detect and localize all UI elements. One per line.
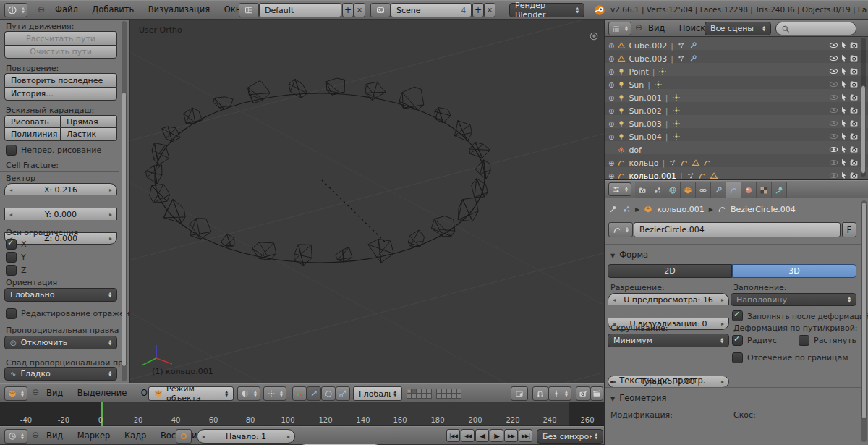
expand-icon[interactable]: ⊕: [608, 133, 614, 141]
menu-view[interactable]: Вид: [642, 20, 671, 37]
properties-scrollbar-thumb[interactable]: [861, 202, 867, 419]
orientation-dropdown[interactable]: Глобально: [4, 288, 117, 302]
repeat-last-button[interactable]: Повторить последнее: [4, 73, 117, 87]
layer-2[interactable]: [412, 389, 417, 394]
hide-toggle-eye-icon[interactable]: [829, 67, 838, 76]
tool-shelf-scrollbar-thumb[interactable]: [122, 92, 127, 367]
viewport-shading-dropdown[interactable]: [237, 386, 260, 401]
expand-icon[interactable]: ⊕: [608, 68, 614, 76]
select-toggle-cursor-icon[interactable]: [839, 106, 848, 115]
tab-physics[interactable]: [772, 182, 787, 198]
menu-render[interactable]: Визуализация: [142, 1, 216, 19]
gp-draw-button[interactable]: Рисовать: [4, 115, 61, 128]
manipulator-translate-toggle[interactable]: [307, 386, 321, 401]
radius-checkbox[interactable]: [732, 335, 743, 346]
editor-type-button-properties[interactable]: [608, 182, 631, 196]
select-toggle-cursor-icon[interactable]: [839, 132, 848, 141]
hide-toggle-eye-icon[interactable]: [829, 41, 838, 50]
menu-file[interactable]: Файл: [49, 1, 84, 19]
hide-toggle-eye-icon[interactable]: [829, 119, 838, 128]
texture-space-section-header[interactable]: Текстурное простр.: [610, 376, 705, 386]
select-toggle-cursor-icon[interactable]: [839, 158, 848, 167]
outliner-item-cube002[interactable]: ⊕ Cube.002|: [608, 39, 825, 52]
lock-to-scene-button[interactable]: [511, 386, 528, 401]
falloff-dropdown[interactable]: ∿ Гладко: [4, 367, 117, 381]
render-engine-dropdown[interactable]: Рендер Blender: [509, 3, 584, 17]
fill-deformed-checkbox[interactable]: [732, 310, 743, 321]
outliner-item-point[interactable]: ⊕ Point|: [608, 65, 825, 78]
collapse-menus-icon[interactable]: ⊖: [38, 4, 45, 14]
layer-1[interactable]: [407, 389, 412, 394]
render-toggle-camera-icon[interactable]: [849, 119, 859, 128]
tab-constraints[interactable]: [696, 182, 711, 198]
jump-to-start-button[interactable]: |◀◀: [446, 429, 460, 442]
fake-user-button[interactable]: F: [842, 222, 856, 237]
tab-scene[interactable]: [650, 182, 665, 198]
manipulator-scale-toggle[interactable]: [336, 386, 350, 401]
hide-toggle-eye-icon[interactable]: [829, 80, 838, 89]
scene-field[interactable]: Scene 4: [391, 3, 472, 17]
play-button[interactable]: ▶: [490, 429, 503, 442]
menu-view[interactable]: Вид: [41, 384, 69, 402]
transform-orientation-dropdown[interactable]: Глобальн: [353, 386, 402, 401]
hide-toggle-eye-icon[interactable]: [829, 54, 838, 63]
tab-texture[interactable]: [757, 182, 772, 198]
manipulator-axes-toggle[interactable]: [292, 386, 307, 401]
next-keyframe-button[interactable]: ▶▶: [504, 429, 518, 442]
editor-type-button-info[interactable]: [4, 3, 27, 17]
render-toggle-camera-icon[interactable]: [849, 158, 859, 167]
screen-layout-add-button[interactable]: +: [342, 3, 354, 17]
render-toggle-camera-icon[interactable]: [849, 67, 859, 76]
expand-icon[interactable]: ⊕: [608, 81, 614, 89]
render-toggle-camera-icon[interactable]: [849, 93, 859, 102]
hide-toggle-eye-icon[interactable]: [829, 106, 838, 115]
shape-2d-button[interactable]: 2D: [608, 264, 732, 278]
render-toggle-camera-icon[interactable]: [849, 54, 859, 63]
outliner-item-sun002[interactable]: ⊕ Sun.002|: [608, 104, 825, 117]
stretch-checkbox[interactable]: [799, 335, 809, 346]
screen-layout-field[interactable]: Default: [259, 3, 341, 17]
axis-x-checkbox[interactable]: [6, 239, 17, 250]
auto-keyframe-record-button[interactable]: [176, 429, 192, 444]
outliner-item-sun003[interactable]: ⊕ Sun.003|: [608, 117, 825, 130]
outliner-item-cube003[interactable]: ⊕ Cube.003|: [608, 52, 825, 65]
datablock-type-button[interactable]: [608, 222, 633, 237]
clamp-checkbox[interactable]: [732, 352, 743, 363]
collapse-menus-icon[interactable]: ⊖: [635, 22, 642, 33]
shape-3d-button[interactable]: 3D: [732, 264, 856, 278]
select-toggle-cursor-icon[interactable]: [839, 119, 848, 128]
geometry-section-header[interactable]: Геометрия: [610, 393, 666, 403]
datablock-name-field[interactable]: BezierCircle.004: [634, 222, 841, 237]
render-toggle-camera-icon[interactable]: [849, 132, 859, 141]
expand-icon[interactable]: ⊕: [608, 172, 614, 180]
expand-icon[interactable]: ⊕: [608, 120, 614, 128]
render-toggle-camera-icon[interactable]: [849, 145, 859, 154]
expand-icon[interactable]: ⊕: [608, 94, 614, 102]
scene-add-button[interactable]: +: [472, 3, 484, 17]
expand-icon[interactable]: ⊕: [608, 107, 614, 115]
snap-toggle-button[interactable]: [532, 386, 548, 401]
layers-widget[interactable]: [407, 389, 461, 399]
tab-world[interactable]: [665, 182, 681, 198]
select-toggle-cursor-icon[interactable]: [839, 67, 848, 76]
editor-type-button-outliner[interactable]: [608, 22, 631, 35]
select-toggle-cursor-icon[interactable]: [839, 54, 848, 63]
select-toggle-cursor-icon[interactable]: [839, 145, 848, 154]
av-sync-dropdown[interactable]: Без синхронизац: [537, 429, 603, 444]
render-toggle-camera-icon[interactable]: [849, 80, 859, 89]
expand-icon[interactable]: ⊕: [608, 159, 614, 167]
outliner-scope-dropdown[interactable]: Все сцены: [705, 22, 771, 35]
hide-toggle-eye-icon[interactable]: [829, 93, 838, 102]
scene-icon-button[interactable]: [370, 3, 391, 17]
breadcrumb-data[interactable]: BezierCircle.004: [731, 205, 796, 214]
tab-render[interactable]: [635, 182, 650, 198]
select-toggle-cursor-icon[interactable]: [839, 93, 848, 102]
tab-object-data-active[interactable]: [726, 182, 741, 198]
outliner-item-sun004[interactable]: ⊕ Sun.004|: [608, 130, 825, 143]
shape-section-header[interactable]: Форма: [610, 250, 648, 260]
select-toggle-cursor-icon[interactable]: [839, 41, 848, 50]
jump-to-end-button[interactable]: ▶▶|: [519, 429, 532, 442]
clear-paths-button[interactable]: Очистить пути: [4, 45, 117, 59]
frame-start-field[interactable]: Начало: 1: [197, 429, 295, 444]
editor-type-button-3dview[interactable]: [4, 386, 27, 401]
